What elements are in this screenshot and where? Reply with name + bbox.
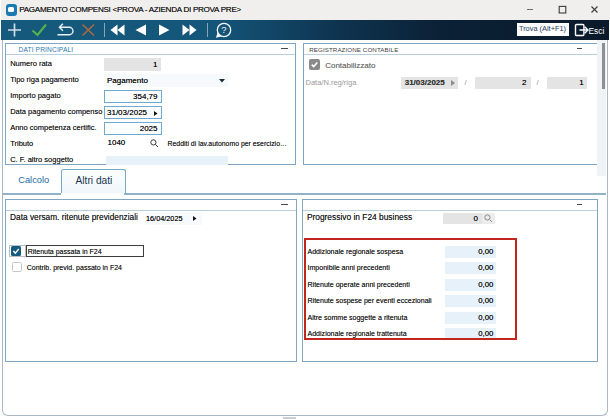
svg-text:?: ?	[221, 24, 226, 35]
